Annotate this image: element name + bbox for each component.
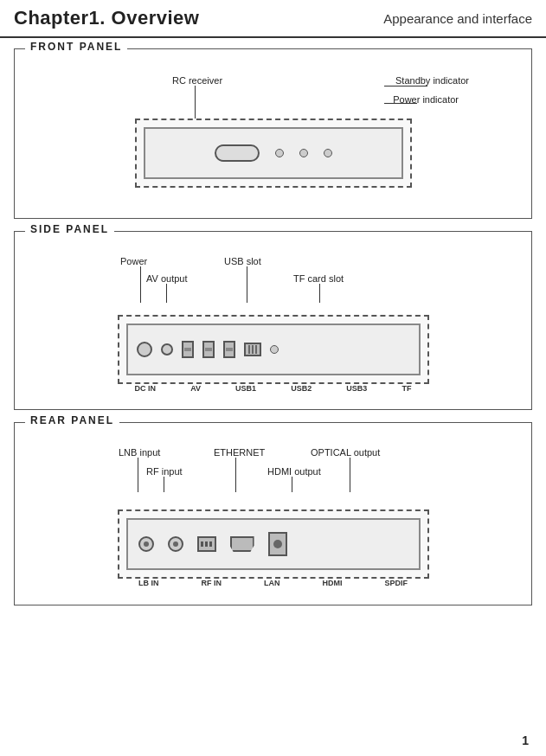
page-header: Chapter1. Overview Appearance and interf…: [0, 0, 546, 38]
usb2-inner: [205, 348, 212, 351]
spdif-inner: [273, 540, 282, 548]
front-device-inner: [144, 127, 403, 179]
spdif-label: SPDIF: [384, 579, 408, 587]
lnb-port: [138, 536, 154, 552]
front-panel-content: RC receiver Standby indicator Power indi…: [25, 74, 521, 208]
rear-panel-content: LNB input ETHERNET OPTICAL output RF inp…: [25, 447, 521, 594]
side-panel-label: SIDE PANEL: [25, 223, 114, 235]
usb-slot-label: USB slot: [224, 256, 261, 266]
lan-label: LAN: [264, 579, 280, 587]
front-led-2: [299, 149, 308, 157]
lnb-coax-inner: [144, 541, 149, 547]
side-panel-section: SIDE PANEL Power USB slot AV output TF c…: [14, 231, 532, 410]
usb3-label: USB3: [346, 384, 367, 393]
lan-pins-row: [201, 541, 212, 547]
rear-device-box: [118, 509, 429, 579]
tf-label: TF: [401, 384, 411, 393]
rf-input-label: RF input: [146, 466, 183, 477]
usb1-port: [182, 341, 194, 358]
ethernet-label: ETHERNET: [214, 447, 265, 458]
lnb-input-label: LNB input: [119, 447, 160, 458]
av-port: [161, 343, 173, 356]
power-line: [384, 103, 417, 104]
hdmi-label: HDMI: [322, 579, 342, 587]
side-device-box: [118, 315, 429, 384]
lnb-line: [138, 458, 138, 492]
rc-receiver-label: RC receiver: [172, 75, 222, 86]
av-output-label: AV output: [146, 273, 188, 284]
usb2-port: [202, 341, 215, 358]
lan-pin-3: [209, 541, 212, 547]
tf-line-2: [252, 345, 254, 354]
standby-line: [384, 86, 427, 86]
hdmi-line: [292, 477, 292, 492]
usb3-port: [223, 341, 235, 358]
tf-s-line: [319, 284, 320, 303]
usb-s-line: [247, 266, 247, 303]
rear-device-inner: [126, 518, 421, 570]
lan-pin-1: [201, 541, 203, 547]
front-led-1: [275, 149, 284, 157]
side-led: [270, 345, 279, 354]
chapter-title: Chapter1. Overview: [14, 7, 199, 29]
side-device-inner: [126, 324, 421, 375]
lan-pin-2: [205, 541, 208, 547]
tf-port: [244, 343, 261, 356]
tf-line-1: [248, 345, 250, 354]
rf-port: [168, 536, 183, 552]
hdmi-port: [230, 536, 254, 552]
spdif-port: [268, 532, 287, 556]
rear-port-labels: LB IN RF IN LAN HDMI SPDIF: [118, 579, 429, 587]
dc-in-port: [137, 342, 152, 357]
rear-panel-label: REAR PANEL: [25, 414, 119, 426]
power-s-line: [140, 266, 141, 303]
page-number: 1: [522, 734, 529, 747]
rf-coax-inner: [173, 541, 178, 547]
side-panel-content: Power USB slot AV output TF card slot: [25, 256, 521, 399]
power-label: Power: [120, 256, 147, 266]
av-label: AV: [190, 384, 201, 393]
rear-panel-section: REAR PANEL LNB input ETHERNET OPTICAL ou…: [14, 422, 532, 605]
front-slot: [215, 144, 260, 162]
usb1-inner: [184, 348, 191, 351]
rc-line: [195, 86, 196, 119]
lbin-label: LB IN: [138, 579, 159, 587]
side-port-labels: DC IN AV USB1 USB2 USB3 TF: [118, 384, 429, 393]
usb3-inner: [226, 348, 233, 351]
av-s-line: [166, 284, 167, 303]
standby-indicator-label: Standby indicator: [395, 75, 469, 86]
front-panel-section: FRONT PANEL RC receiver Standby indicato…: [14, 48, 532, 219]
front-device-box: [135, 119, 412, 188]
hdmi-output-label: HDMI output: [267, 466, 321, 477]
tf-card-label: TF card slot: [293, 273, 344, 284]
usb1-label: USB1: [235, 384, 256, 393]
rf-line: [164, 477, 164, 492]
rfin-label: RF IN: [201, 579, 222, 587]
dc-in-label: DC IN: [135, 384, 157, 393]
usb2-label: USB2: [291, 384, 312, 393]
optical-line: [350, 458, 350, 492]
tf-line-3: [255, 345, 257, 354]
lan-port: [197, 536, 216, 552]
eth-line: [235, 458, 236, 492]
header-subtitle: Appearance and interface: [383, 11, 532, 26]
optical-output-label: OPTICAL output: [311, 447, 380, 458]
front-led-3: [324, 149, 332, 157]
front-panel-label: FRONT PANEL: [25, 41, 127, 53]
